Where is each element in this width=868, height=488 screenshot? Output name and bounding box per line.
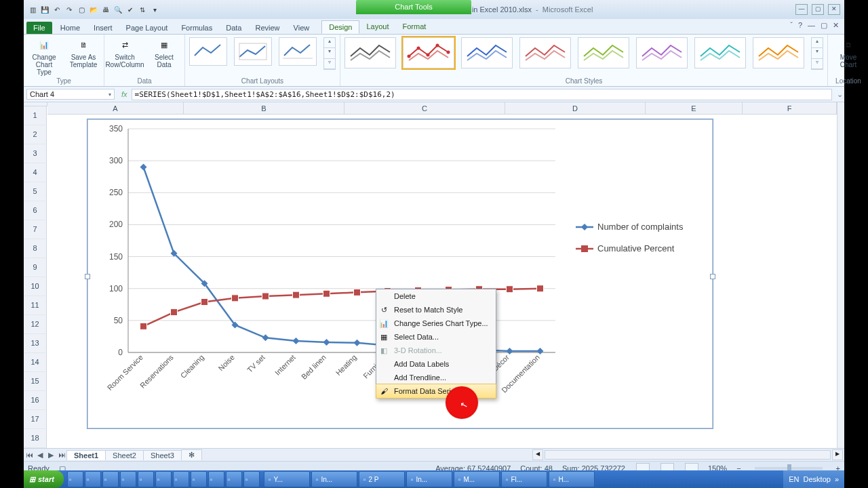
- column-header-C[interactable]: C: [344, 102, 505, 115]
- quicklaunch-8[interactable]: ▫: [208, 471, 224, 487]
- tab-nav-next[interactable]: ▶: [45, 451, 56, 460]
- row-header-2[interactable]: 2: [24, 125, 47, 144]
- row-header-6[interactable]: 6: [24, 201, 47, 220]
- taskbar-app-0[interactable]: ▫Y...: [264, 471, 310, 487]
- redo-icon[interactable]: ↷: [64, 5, 74, 14]
- quicklaunch-1[interactable]: ▫: [85, 471, 101, 487]
- tab-review[interactable]: Review: [248, 22, 286, 34]
- tab-page-layout[interactable]: Page Layout: [119, 22, 175, 34]
- quicklaunch-4[interactable]: ▫: [138, 471, 154, 487]
- ctx-add-data-labels[interactable]: Add Data Labels: [376, 357, 496, 371]
- row-header-1[interactable]: 1: [24, 106, 47, 125]
- sheet-tab-sheet1[interactable]: Sheet1: [66, 450, 106, 460]
- new-icon[interactable]: ▢: [77, 5, 86, 14]
- quicklaunch-9[interactable]: ▫: [226, 471, 242, 487]
- chart-style-5[interactable]: [578, 37, 629, 68]
- ctx-delete[interactable]: Delete: [376, 289, 496, 303]
- tray-desktop[interactable]: Desktop: [804, 475, 831, 483]
- quicklaunch-0[interactable]: ▫: [67, 471, 83, 487]
- row-header-12[interactable]: 12: [24, 315, 47, 334]
- tab-view[interactable]: View: [287, 22, 317, 34]
- tray-expand-icon[interactable]: »: [835, 475, 839, 483]
- start-button[interactable]: ⊞ start: [24, 470, 64, 488]
- layouts-scroll[interactable]: ▴▾▿: [323, 37, 336, 70]
- workbook-close-icon[interactable]: ✕: [833, 21, 839, 30]
- open-icon[interactable]: 📂: [89, 5, 98, 14]
- tray-lang[interactable]: EN: [789, 475, 799, 483]
- column-header-F[interactable]: F: [743, 102, 837, 115]
- taskbar-app-6[interactable]: ▫H...: [549, 471, 595, 487]
- layout-thumb-2[interactable]: [234, 37, 272, 66]
- row-header-4[interactable]: 4: [24, 163, 47, 182]
- layout-thumb-1[interactable]: [189, 37, 227, 66]
- row-header-7[interactable]: 7: [24, 220, 47, 239]
- layout-thumb-3[interactable]: [279, 37, 317, 66]
- name-box[interactable]: Chart 4 ▾: [26, 89, 115, 100]
- row-header-3[interactable]: 3: [24, 144, 47, 163]
- tab-nav-last[interactable]: ⏭: [56, 451, 67, 459]
- quicklaunch-7[interactable]: ▫: [191, 471, 207, 487]
- undo-icon[interactable]: ↶: [52, 5, 62, 14]
- formula-input[interactable]: =SERIES(Sheet1!$D$1,Sheet1!$A$2:$A$16,Sh…: [132, 89, 832, 100]
- row-header-8[interactable]: 8: [24, 239, 47, 258]
- styles-scroll[interactable]: ▴▾▿: [811, 37, 823, 70]
- quicklaunch-5[interactable]: ▫: [155, 471, 172, 487]
- tab-insert[interactable]: Insert: [87, 22, 119, 34]
- tab-file[interactable]: File: [26, 22, 52, 34]
- sort-icon[interactable]: ⇅: [138, 5, 147, 14]
- column-header-B[interactable]: B: [184, 102, 344, 115]
- move-chart-button[interactable]: ⧉ Move Chart: [832, 37, 865, 68]
- select-data-button[interactable]: ▦ Select Data: [148, 37, 180, 68]
- column-header-A[interactable]: A: [47, 102, 184, 115]
- minimize-button[interactable]: —: [795, 4, 808, 15]
- tab-nav-first[interactable]: ⏮: [24, 451, 35, 459]
- ctx-select-data[interactable]: ▦Select Data...: [376, 330, 496, 344]
- quicklaunch-10[interactable]: ▫: [243, 471, 260, 487]
- taskbar-app-4[interactable]: ▫M...: [454, 471, 500, 487]
- column-header-E[interactable]: E: [646, 102, 743, 115]
- taskbar-app-3[interactable]: ▫In...: [406, 471, 452, 487]
- row-header-14[interactable]: 14: [24, 353, 47, 372]
- zoom-slider[interactable]: [755, 467, 823, 470]
- save-icon[interactable]: 💾: [40, 5, 50, 14]
- row-header-13[interactable]: 13: [24, 334, 47, 353]
- row-header-17[interactable]: 17: [24, 410, 47, 429]
- row-header-15[interactable]: 15: [24, 372, 47, 391]
- chart-style-6[interactable]: [636, 37, 688, 68]
- horizontal-scrollbar[interactable]: ◀▶: [202, 449, 844, 460]
- fx-icon[interactable]: fx: [117, 90, 132, 98]
- row-header-18[interactable]: 18: [24, 429, 47, 448]
- taskbar-app-5[interactable]: ▫Fl...: [501, 471, 547, 487]
- tab-format[interactable]: Format: [395, 20, 433, 34]
- row-header-10[interactable]: 10: [24, 277, 47, 296]
- chart-style-2[interactable]: [403, 37, 454, 68]
- sheet-tab-sheet2[interactable]: Sheet2: [105, 450, 144, 460]
- switch-row-column-button[interactable]: ⇄ Switch Row/Column: [108, 37, 141, 68]
- row-header-5[interactable]: 5: [24, 182, 47, 201]
- quicklaunch-6[interactable]: ▫: [173, 471, 189, 487]
- ctx-reset-to-match-style[interactable]: ↺Reset to Match Style: [376, 303, 496, 317]
- chart-style-3[interactable]: [461, 37, 513, 68]
- workbook-min-icon[interactable]: —: [808, 21, 815, 30]
- spellcheck-icon[interactable]: ✔: [125, 5, 135, 14]
- help-icon[interactable]: ?: [798, 21, 802, 30]
- tab-data[interactable]: Data: [219, 22, 248, 34]
- tab-formulas[interactable]: Formulas: [174, 22, 219, 34]
- ctx-format-data-series[interactable]: 🖌Format Data Series...: [376, 384, 496, 399]
- print-preview-icon[interactable]: 🔍: [113, 5, 123, 14]
- ctx-add-trendline[interactable]: Add Trendline...: [376, 371, 496, 384]
- qat-dropdown-icon[interactable]: ▾: [150, 5, 159, 14]
- maximize-button[interactable]: ▢: [812, 4, 824, 15]
- ctx-change-series-chart-type[interactable]: 📊Change Series Chart Type...: [376, 317, 496, 330]
- minimize-ribbon-icon[interactable]: ˇ: [790, 21, 793, 30]
- chart-style-1[interactable]: [344, 37, 396, 68]
- tab-layout[interactable]: Layout: [359, 20, 395, 34]
- embedded-chart[interactable]: 050100150200250300350Room ServiceReserva…: [87, 119, 713, 429]
- change-chart-type-button[interactable]: 📊 Change Chart Type: [28, 37, 60, 76]
- row-header-16[interactable]: 16: [24, 391, 47, 410]
- print-icon[interactable]: 🖶: [101, 5, 111, 14]
- chart-style-8[interactable]: [753, 37, 804, 68]
- row-header-11[interactable]: 11: [24, 296, 47, 315]
- expand-formula-bar-icon[interactable]: ⌄: [835, 90, 844, 99]
- quicklaunch-3[interactable]: ▫: [120, 471, 136, 487]
